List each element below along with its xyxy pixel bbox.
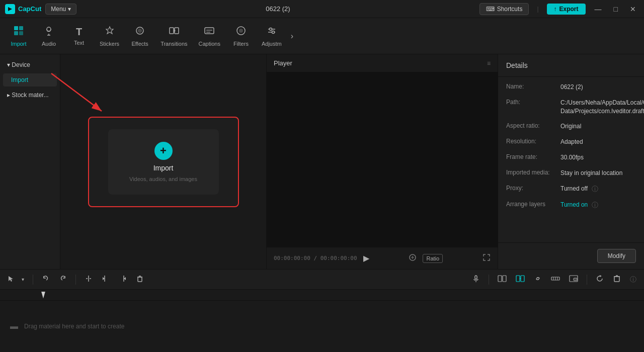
modify-button[interactable]: Modify	[597, 249, 636, 263]
split-button[interactable]	[82, 273, 95, 286]
row-info-icon[interactable]: ⓘ	[592, 201, 598, 210]
stickers-icon	[104, 25, 115, 39]
detail-value: 0622 (2)	[560, 83, 583, 92]
ratio-button[interactable]: Ratio	[423, 254, 443, 263]
playhead-marker	[41, 292, 45, 299]
sidebar-item-stock[interactable]: ▸ Stock mater...	[3, 89, 57, 102]
audio-icon	[43, 25, 54, 39]
transitions-label: Transitions	[160, 41, 187, 47]
menu-button[interactable]: Menu ▾	[45, 4, 76, 15]
more-tools-button[interactable]: ›	[288, 30, 296, 43]
undo-button[interactable]	[39, 273, 52, 286]
app-name: CapCut	[18, 5, 41, 13]
details-body: Name:0622 (2)Path:C:/Users/Neha/AppData/…	[498, 77, 644, 242]
detail-value: Turned on	[560, 201, 588, 210]
shortcuts-button[interactable]: ⌨ Shortcuts	[479, 3, 529, 15]
svg-rect-32	[498, 276, 502, 282]
tool-captions[interactable]: Captions	[194, 21, 225, 51]
player-panel: Player ≡ 00:00:00:00 / 00:00:00:00 ▶ Rat…	[267, 54, 498, 269]
storyboard-button[interactable]	[495, 273, 509, 286]
svg-rect-1	[14, 26, 18, 30]
svg-point-15	[239, 29, 243, 33]
text-icon: T	[76, 26, 82, 38]
toolbar: Import Audio T Text Stickers	[0, 18, 644, 54]
detail-row: Path:C:/Users/Neha/AppData/Local/CapCut/…	[506, 99, 636, 116]
link-button[interactable]	[531, 273, 544, 286]
sidebar-item-import[interactable]: Import	[3, 73, 57, 86]
mic-button[interactable]	[469, 273, 482, 286]
detail-value: C:/Users/Neha/AppData/Local/CapCut/User …	[560, 99, 644, 116]
undo2-button[interactable]	[593, 273, 606, 286]
toolbar-separator-2	[75, 275, 76, 285]
playhead-area	[0, 290, 644, 301]
text-label: Text	[74, 40, 84, 46]
player-menu-icon[interactable]: ≡	[487, 60, 491, 67]
time-display: 00:00:00:00 / 00:00:00:00	[274, 255, 357, 261]
chevron-down-icon: ▾	[68, 6, 71, 13]
import-dropzone[interactable]: + Import Videos, audios, and images	[88, 117, 239, 207]
detail-key: Aspect ratio:	[506, 122, 556, 131]
tool-audio[interactable]: Audio	[34, 21, 63, 51]
svg-rect-9	[170, 28, 174, 34]
sidebar-item-device[interactable]: ▾ Device	[3, 58, 57, 71]
tool-transitions[interactable]: Transitions	[155, 21, 192, 51]
delete2-button[interactable]	[610, 273, 623, 286]
detail-row: Frame rate:30.00fps	[506, 153, 636, 162]
picture-in-picture-button[interactable]	[567, 273, 581, 286]
select-tool-button[interactable]	[5, 273, 17, 286]
audio-track-button[interactable]	[548, 273, 562, 286]
toolbar-separator-4	[587, 275, 587, 285]
effects-label: Effects	[131, 41, 148, 47]
row-info-icon[interactable]: ⓘ	[592, 185, 598, 194]
crop-button[interactable]	[409, 253, 417, 263]
close-button[interactable]: ✕	[627, 4, 639, 14]
timeline-area: ▾	[0, 269, 644, 352]
import-box-label: Import	[153, 164, 174, 172]
plus-icon: +	[160, 144, 167, 157]
play-button[interactable]: ▶	[363, 253, 369, 263]
import-plus-button[interactable]: +	[154, 142, 173, 160]
svg-rect-11	[205, 28, 214, 34]
details-footer: Modify	[498, 242, 644, 269]
audio-label: Audio	[42, 41, 56, 47]
tool-effects[interactable]: Effects	[125, 21, 154, 51]
detail-key: Frame rate:	[506, 153, 556, 162]
trim-right-button[interactable]	[116, 273, 129, 286]
app-logo: CapCut	[5, 4, 41, 14]
logo-icon	[5, 4, 15, 14]
svg-rect-3	[14, 31, 18, 35]
detail-row: Name:0622 (2)	[506, 83, 636, 92]
timeline-info-button[interactable]: ⓘ	[627, 273, 639, 286]
tool-stickers[interactable]: Stickers	[95, 21, 124, 51]
export-button[interactable]: ↑ Export	[547, 4, 586, 15]
main-area: ▾ Device Import ▸ Stock mater... + Impor…	[0, 54, 644, 269]
adjustments-label: Adjustm	[262, 41, 282, 47]
svg-rect-4	[19, 31, 23, 35]
svg-rect-33	[503, 276, 506, 282]
detail-value: 30.00fps	[560, 153, 584, 162]
filters-label: Filters	[233, 41, 249, 47]
import-box[interactable]: + Import Videos, audios, and images	[108, 129, 219, 195]
tool-text[interactable]: T Text	[64, 21, 94, 51]
timeline-toolbar: ▾	[0, 270, 644, 290]
detail-row: Resolution:Adapted	[506, 138, 636, 146]
snap-button[interactable]	[513, 273, 527, 286]
detail-key: Resolution:	[506, 138, 556, 146]
player-title: Player	[274, 59, 292, 67]
redo-button[interactable]	[56, 273, 69, 286]
tool-filters[interactable]: Filters	[226, 21, 256, 51]
detail-key: Arrange layers	[506, 201, 556, 210]
svg-rect-42	[574, 278, 577, 281]
detail-value: Original	[560, 122, 581, 131]
fullscreen-button[interactable]	[482, 253, 491, 263]
trim-left-button[interactable]	[99, 273, 112, 286]
minimize-button[interactable]: —	[592, 4, 605, 14]
timeline-content[interactable]: ▬ Drag material here and start to create	[0, 301, 644, 352]
drag-label: Drag material here and start to create	[24, 323, 124, 330]
maximize-button[interactable]: □	[611, 4, 621, 14]
select-dropdown-button[interactable]: ▾	[19, 275, 27, 284]
tool-import[interactable]: Import	[4, 21, 33, 51]
tool-adjustments[interactable]: Adjustm	[257, 21, 287, 51]
delete-button[interactable]	[133, 273, 146, 286]
detail-value: Stay in original location	[560, 169, 622, 178]
